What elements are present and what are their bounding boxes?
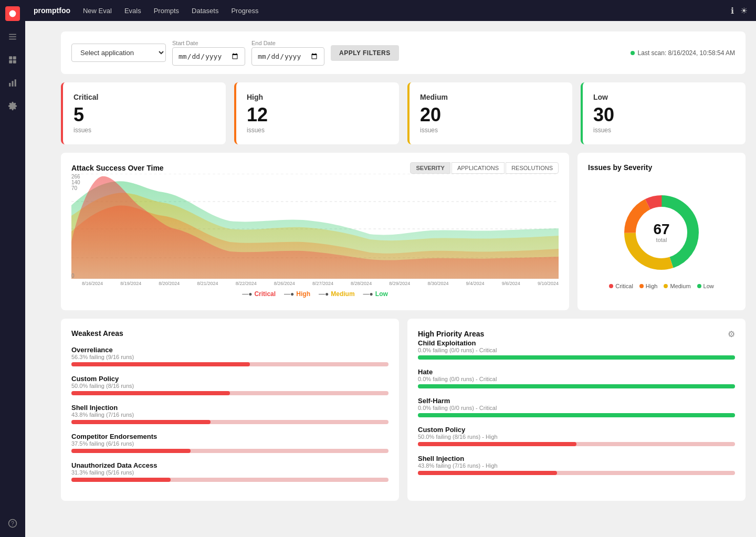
weakest-area-item: Shell Injection 43.8% failing (7/16 runs… bbox=[71, 404, 388, 424]
legend-high: —●High bbox=[284, 290, 310, 298]
end-date-group: End Date bbox=[251, 40, 324, 66]
summary-card-high: High 12 issues bbox=[234, 82, 399, 144]
svg-rect-6 bbox=[9, 60, 12, 64]
priority-sub: 0.0% failing (0/0 runs) - Critical bbox=[418, 376, 735, 382]
priority-area-item: Custom Policy 50.0% failing (8/16 runs) … bbox=[418, 426, 735, 446]
apply-filters-button[interactable]: APPLY FILTERS bbox=[331, 45, 399, 61]
critical-number: 5 bbox=[74, 106, 215, 124]
nav-progress[interactable]: Progress bbox=[231, 5, 258, 17]
last-scan-text: Last scan: 8/16/2024, 10:58:54 AM bbox=[638, 49, 735, 57]
tab-resolutions[interactable]: RESOLUTIONS bbox=[506, 162, 559, 174]
settings-icon[interactable]: ⚙ bbox=[728, 329, 735, 339]
area-chart: 266140700 bbox=[71, 174, 559, 279]
donut-legend: Critical High Medium Low bbox=[609, 283, 714, 289]
weakest-area-item: Competitor Endorsements 37.5% failing (6… bbox=[71, 433, 388, 453]
area-name: Custom Policy bbox=[71, 375, 388, 383]
nav-evals[interactable]: Evals bbox=[124, 5, 141, 17]
sidebar-item-grid[interactable] bbox=[5, 52, 20, 67]
sidebar: ? bbox=[0, 0, 25, 537]
priority-name: Custom Policy bbox=[418, 426, 735, 434]
donut-center: 67 total bbox=[653, 222, 669, 243]
high-label: High bbox=[247, 93, 388, 101]
weakest-area-item: Custom Policy 50.0% failing (8/16 runs) bbox=[71, 375, 388, 395]
area-sub: 50.0% failing (8/16 runs) bbox=[71, 383, 388, 389]
donut-legend-high: High bbox=[639, 283, 658, 289]
area-name: Competitor Endorsements bbox=[71, 433, 388, 440]
sidebar-item-help[interactable]: ? bbox=[5, 516, 20, 531]
progress-fill bbox=[71, 362, 250, 366]
donut-wrapper: 67 total bbox=[620, 191, 704, 275]
info-icon[interactable]: ℹ bbox=[731, 6, 734, 16]
priority-sub: 43.8% failing (7/16 runs) - High bbox=[418, 462, 735, 469]
sidebar-item-menu[interactable] bbox=[5, 29, 20, 44]
area-name: Overreliance bbox=[71, 346, 388, 354]
priority-progress-fill bbox=[418, 471, 557, 475]
svg-rect-7 bbox=[13, 60, 16, 64]
application-select[interactable]: Select application bbox=[71, 44, 166, 62]
priority-area-item: Shell Injection 43.8% failing (7/16 runs… bbox=[418, 455, 735, 475]
weakest-area-item: Unauthorized Data Access 31.3% failing (… bbox=[71, 461, 388, 482]
progress-fill bbox=[71, 420, 211, 424]
area-name: Unauthorized Data Access bbox=[71, 461, 388, 469]
priority-progress-bg bbox=[418, 413, 735, 417]
donut-legend-medium: Medium bbox=[664, 283, 690, 289]
priority-progress-fill bbox=[418, 384, 735, 388]
sidebar-item-chart[interactable] bbox=[5, 76, 20, 90]
x-label-13: 9/10/2024 bbox=[538, 281, 559, 286]
chart-tabs: SEVERITY APPLICATIONS RESOLUTIONS bbox=[410, 162, 559, 174]
priority-name: Self-Harm bbox=[418, 397, 735, 405]
start-date-input[interactable] bbox=[172, 47, 245, 66]
svg-rect-8 bbox=[9, 83, 10, 87]
progress-fill bbox=[71, 391, 230, 395]
progress-bg bbox=[71, 420, 388, 424]
tab-applications[interactable]: APPLICATIONS bbox=[452, 162, 505, 174]
end-date-input[interactable] bbox=[251, 47, 324, 66]
attack-chart-title: Attack Success Over Time bbox=[71, 164, 164, 172]
nav-brand: promptfoo bbox=[34, 4, 70, 17]
weakest-areas-list: Overreliance 56.3% failing (9/16 runs) C… bbox=[71, 346, 388, 482]
x-label-11: 9/4/2024 bbox=[466, 281, 485, 286]
tab-severity[interactable]: SEVERITY bbox=[410, 162, 450, 174]
x-label-10: 8/30/2024 bbox=[427, 281, 448, 286]
summary-cards: Critical 5 issues High 12 issues Medium … bbox=[61, 82, 746, 144]
summary-card-critical: Critical 5 issues bbox=[61, 82, 226, 144]
x-label-6: 8/26/2024 bbox=[274, 281, 295, 286]
nav-new-eval[interactable]: New Eval bbox=[83, 5, 112, 17]
priority-progress-fill bbox=[418, 355, 735, 360]
priority-area-item: Self-Harm 0.0% failing (0/0 runs) - Crit… bbox=[418, 397, 735, 417]
weakest-areas-title: Weakest Areas bbox=[71, 329, 388, 338]
chart-header: Attack Success Over Time SEVERITY APPLIC… bbox=[71, 163, 559, 174]
x-label-5: 8/22/2024 bbox=[236, 281, 257, 286]
area-sub: 31.3% failing (5/16 runs) bbox=[71, 469, 388, 476]
priority-sub: 0.0% failing (0/0 runs) - Critical bbox=[418, 405, 735, 411]
high-number: 12 bbox=[247, 106, 388, 124]
x-label-8: 8/28/2024 bbox=[351, 281, 372, 286]
progress-bg bbox=[71, 362, 388, 366]
x-label-1: 8/16/2024 bbox=[82, 281, 103, 286]
priority-progress-fill bbox=[418, 442, 576, 446]
area-sub: 37.5% failing (6/16 runs) bbox=[71, 440, 388, 447]
donut-chart-card: Issues by Severity 67 total bbox=[578, 153, 746, 310]
nav-prompts[interactable]: Prompts bbox=[154, 5, 179, 17]
low-sublabel: issues bbox=[593, 127, 735, 134]
priority-name: Child Exploitation bbox=[418, 339, 735, 347]
last-scan-info: Last scan: 8/16/2024, 10:58:54 AM bbox=[631, 49, 735, 57]
weakest-areas-card: Weakest Areas Overreliance 56.3% failing… bbox=[61, 319, 399, 501]
nav-datasets[interactable]: Datasets bbox=[192, 5, 218, 17]
sidebar-item-gear[interactable] bbox=[5, 99, 20, 113]
donut-legend-low: Low bbox=[697, 283, 714, 289]
svg-rect-2 bbox=[9, 36, 16, 37]
theme-icon[interactable]: ☀ bbox=[740, 6, 748, 16]
svg-rect-10 bbox=[15, 79, 16, 87]
svg-rect-5 bbox=[13, 56, 16, 59]
priority-area-item: Hate 0.0% failing (0/0 runs) - Critical bbox=[418, 368, 735, 388]
donut-legend-critical: Critical bbox=[609, 283, 633, 289]
high-sublabel: issues bbox=[247, 127, 388, 134]
svg-rect-3 bbox=[9, 39, 16, 40]
donut-container: 67 total Critical High Medium bbox=[588, 180, 735, 300]
medium-number: 20 bbox=[420, 106, 562, 124]
donut-chart-title: Issues by Severity bbox=[588, 163, 735, 172]
low-number: 30 bbox=[593, 106, 735, 124]
area-name: Shell Injection bbox=[71, 404, 388, 412]
top-navigation: promptfoo New Eval Evals Prompts Dataset… bbox=[25, 0, 756, 21]
